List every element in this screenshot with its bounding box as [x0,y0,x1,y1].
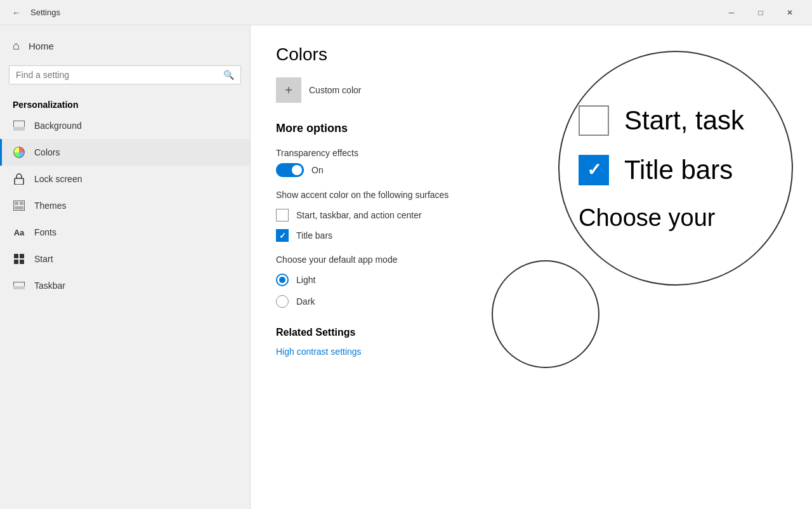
checkbox-start-row[interactable]: Start, taskbar, and action center [276,209,787,221]
radio-dark-label: Dark [296,296,315,307]
svg-rect-1 [13,127,25,131]
radio-light-row[interactable]: Light [276,274,787,286]
sidebar-item-themes[interactable]: Themes [0,192,250,219]
home-label: Home [29,41,54,51]
svg-rect-3 [15,178,23,185]
transparency-value: On [311,165,324,175]
section-title: Personalization [0,95,250,112]
accent-color-option: Show accent color on the following surfa… [276,190,787,242]
colors-label: Colors [34,147,60,157]
checkbox-title-bars[interactable] [276,229,289,242]
app-title: Settings [30,8,60,17]
themes-icon [13,199,25,212]
app-mode-label: Choose your default app mode [276,255,787,265]
back-button[interactable]: ← [8,4,25,22]
high-contrast-link[interactable]: High contrast settings [276,347,362,357]
toggle-row: On [276,163,787,177]
checkbox-start-label: Start, taskbar, and action center [296,210,422,220]
lock-screen-label: Lock screen [34,174,82,184]
sidebar-item-taskbar[interactable]: Taskbar [0,272,250,299]
colors-icon [13,146,25,159]
svg-rect-8 [14,254,18,258]
title-bar: ← Settings ─ □ ✕ [0,0,812,25]
svg-rect-6 [20,202,23,205]
radio-light-label: Light [296,275,315,285]
transparency-toggle[interactable] [276,163,304,177]
svg-rect-13 [13,286,25,289]
lock-screen-icon [13,173,25,185]
app-body: ⌂ Home 🔍 Personalization Background Colo… [0,25,812,509]
sidebar-item-lock-screen[interactable]: Lock screen [0,166,250,192]
radio-dark[interactable] [276,295,289,308]
sidebar-item-colors[interactable]: Colors [0,139,250,166]
transparency-label: Transparency effects [276,148,787,158]
svg-rect-11 [20,260,24,264]
fonts-icon: Aa [13,226,25,239]
search-icon: 🔍 [223,70,234,80]
svg-rect-5 [15,202,18,205]
sidebar-item-start[interactable]: Start [0,246,250,272]
content-area: Colors + Custom color More options Trans… [251,25,812,509]
background-label: Background [34,121,82,131]
fonts-label: Fonts [34,227,56,237]
custom-color-label: Custom color [309,85,361,95]
checkbox-title-bars-row[interactable]: Title bars [276,229,787,242]
search-input[interactable] [16,70,223,80]
sidebar-item-fonts[interactable]: Aa Fonts [0,219,250,246]
svg-rect-7 [15,206,23,209]
home-icon: ⌂ [13,39,20,53]
checkbox-title-bars-label: Title bars [296,230,332,241]
svg-rect-9 [20,254,24,258]
radio-dark-row[interactable]: Dark [276,295,787,308]
checkbox-start[interactable] [276,209,289,221]
custom-color-row: + Custom color [276,77,787,103]
window-controls: ─ □ ✕ [717,0,804,25]
page-title: Colors [276,44,787,65]
themes-label: Themes [34,201,67,211]
sidebar-item-background[interactable]: Background [0,112,250,139]
taskbar-label: Taskbar [34,281,65,291]
accent-label: Show accent color on the following surfa… [276,190,787,200]
radio-light[interactable] [276,274,289,286]
app-mode-option: Choose your default app mode Light Dark [276,255,787,308]
transparency-option: Transparency effects On [276,148,787,177]
close-button[interactable]: ✕ [775,0,804,25]
maximize-button[interactable]: □ [746,0,775,25]
taskbar-icon [13,279,25,292]
related-settings-title: Related Settings [276,327,787,338]
sidebar: ⌂ Home 🔍 Personalization Background Colo… [0,25,251,509]
more-options-title: More options [276,122,787,135]
start-label: Start [34,254,53,264]
start-icon [13,253,25,265]
search-box[interactable]: 🔍 [9,65,241,84]
sidebar-home[interactable]: ⌂ Home [0,32,250,60]
svg-rect-10 [14,260,18,264]
minimize-button[interactable]: ─ [717,0,746,25]
custom-color-button[interactable]: + [276,77,301,103]
background-icon [13,119,25,132]
